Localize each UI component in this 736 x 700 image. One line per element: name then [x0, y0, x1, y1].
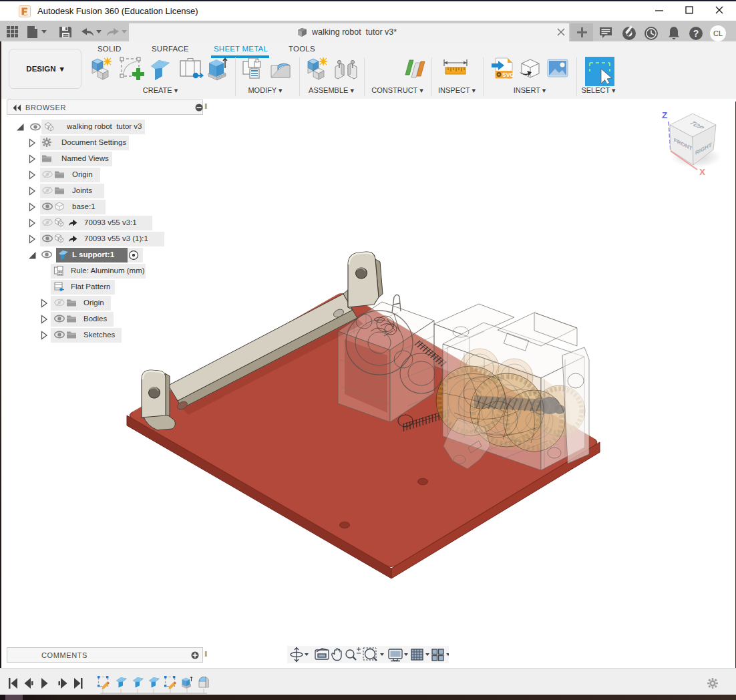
svg-text:?: ? — [693, 28, 699, 39]
svg-text:SVG: SVG — [502, 71, 514, 78]
svg-text:Z: Z — [662, 110, 667, 120]
svg-text:X: X — [699, 167, 705, 177]
svg-text:CL: CL — [713, 29, 723, 37]
